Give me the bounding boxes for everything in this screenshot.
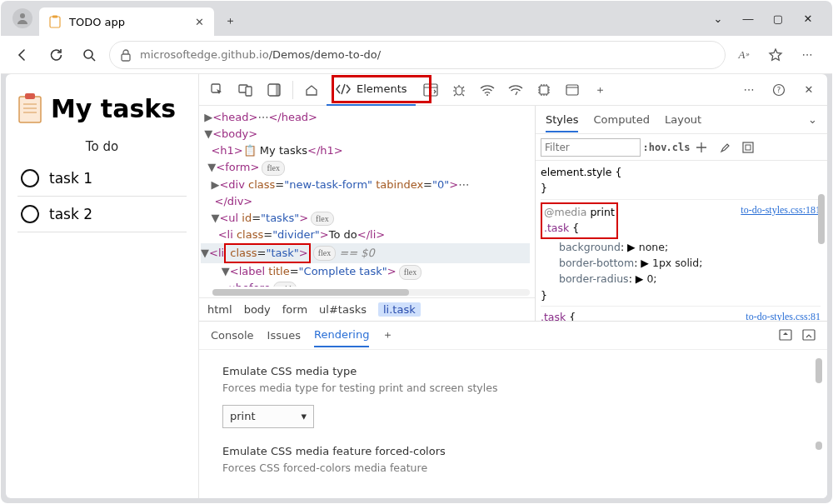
styles-tabs: Styles Computed Layout ⌄: [536, 106, 827, 134]
add-tab-icon[interactable]: ＋: [587, 78, 614, 102]
tab-styles[interactable]: Styles: [546, 113, 578, 132]
forced-colors-title: Emulate CSS media feature forced-colors: [222, 443, 804, 460]
drawer-tabs: Console Issues Rendering ＋: [199, 322, 827, 350]
svg-point-17: [486, 94, 488, 96]
task-row[interactable]: task 1: [17, 161, 187, 197]
inspect-icon[interactable]: [204, 78, 231, 102]
maximize-icon[interactable]: ▢: [771, 12, 786, 25]
minimize-icon[interactable]: ―: [741, 12, 756, 25]
css-rules[interactable]: element.style { } @media print .task { t…: [536, 161, 827, 321]
new-tab-button[interactable]: ＋: [217, 8, 242, 33]
source-link[interactable]: to-do-styles.css:81: [746, 309, 821, 321]
home-icon[interactable]: [298, 78, 325, 102]
close-window-icon[interactable]: ✕: [801, 12, 816, 25]
help-icon[interactable]: ?: [766, 78, 792, 102]
vertical-scrollbar[interactable]: [816, 355, 822, 455]
svg-rect-12: [246, 87, 252, 96]
checkbox-icon[interactable]: [21, 169, 39, 187]
svg-rect-18: [540, 86, 548, 94]
bug-icon[interactable]: [446, 78, 472, 102]
favorite-icon[interactable]: [764, 43, 787, 67]
styles-panel: Styles Computed Layout ⌄ :hov .cls: [536, 106, 827, 321]
checkbox-icon[interactable]: [21, 205, 39, 223]
dom-tree[interactable]: ▶<head>⋯</head> ▼<body> <h1>📋 My tasks</…: [199, 106, 535, 287]
performance-icon[interactable]: [502, 78, 529, 102]
task-row[interactable]: task 2: [17, 197, 187, 232]
code-icon: [335, 82, 352, 96]
more-icon[interactable]: ⋯: [796, 43, 819, 67]
address-bar: microsoftedge.github.io/Demos/demo-to-do…: [1, 36, 832, 74]
tab-computed[interactable]: Computed: [593, 113, 650, 126]
url-path: /Demos/demo-to-do/: [269, 48, 382, 61]
hov-toggle[interactable]: :hov: [646, 138, 664, 157]
memory-icon[interactable]: [531, 78, 557, 102]
back-button[interactable]: [9, 42, 36, 68]
emulate-media-desc: Forces media type for testing print and …: [222, 381, 804, 397]
rendering-panel: Emulate CSS media type Forces media type…: [199, 350, 827, 499]
box-icon[interactable]: [739, 138, 757, 157]
page-title: My tasks: [17, 92, 187, 124]
caret-down-icon[interactable]: ⌄: [711, 12, 726, 25]
svg-rect-15: [424, 84, 437, 96]
tab-issues[interactable]: Issues: [267, 329, 301, 342]
add-tab-icon[interactable]: ＋: [382, 327, 393, 342]
chevron-down-icon: ▾: [301, 408, 307, 425]
source-link[interactable]: to-do-styles.css:181: [741, 202, 821, 218]
svg-rect-6: [25, 93, 35, 99]
svg-point-16: [456, 87, 462, 95]
horizontal-scrollbar[interactable]: [212, 289, 530, 296]
svg-rect-5: [19, 97, 41, 122]
media-type-select[interactable]: print ▾: [222, 405, 314, 428]
tab-title: TODO app: [69, 16, 125, 28]
clipboard-icon: [49, 15, 62, 28]
close-devtools-icon[interactable]: ✕: [796, 78, 822, 102]
lock-icon: [120, 48, 132, 62]
styles-toolbar: :hov .cls: [536, 134, 827, 161]
task-label: task 1: [49, 170, 92, 187]
svg-point-0: [20, 13, 25, 18]
vertical-scrollbar[interactable]: [817, 194, 826, 302]
dock-drawer-icon[interactable]: [802, 329, 816, 341]
emulate-media-title: Emulate CSS media type: [222, 363, 804, 380]
tab-rendering[interactable]: Rendering: [314, 328, 369, 347]
svg-rect-23: [746, 145, 751, 150]
chevron-down-icon[interactable]: ⌄: [808, 113, 817, 126]
devtools-toolbar: Elements ＋ ⋯ ? ✕: [199, 74, 827, 106]
browser-titlebar: TODO app ✕ ＋ ⌄ ― ▢ ✕: [1, 1, 832, 36]
refresh-button[interactable]: [42, 42, 69, 68]
breadcrumb[interactable]: html body form ul#tasks li.task: [199, 297, 535, 321]
network-icon[interactable]: [474, 78, 501, 102]
more-icon[interactable]: ⋯: [736, 78, 762, 102]
svg-rect-2: [52, 16, 57, 18]
clipboard-icon: [17, 92, 42, 124]
rendered-page: My tasks To do task 1 task 2: [6, 74, 199, 498]
elements-tab[interactable]: Elements: [327, 74, 416, 106]
url-input[interactable]: microsoftedge.github.io/Demos/demo-to-do…: [109, 41, 726, 69]
svg-text:?: ?: [777, 86, 781, 94]
tab-layout[interactable]: Layout: [665, 113, 701, 126]
expand-drawer-icon[interactable]: [779, 329, 792, 341]
svg-rect-19: [566, 85, 578, 95]
sources-icon[interactable]: [417, 78, 444, 102]
new-rule-icon[interactable]: [692, 138, 711, 157]
devtools-drawer: Console Issues Rendering ＋ Emulate CSS m…: [199, 321, 827, 499]
brush-icon[interactable]: [716, 138, 734, 157]
device-icon[interactable]: [232, 78, 259, 102]
task-label: task 2: [49, 206, 92, 222]
profile-avatar[interactable]: [12, 8, 32, 28]
dom-panel: ▶<head>⋯</head> ▼<body> <h1>📋 My tasks</…: [199, 106, 536, 321]
list-heading: To do: [17, 139, 187, 154]
cls-toggle[interactable]: .cls: [669, 138, 687, 157]
browser-tab[interactable]: TODO app ✕: [39, 7, 214, 36]
close-icon[interactable]: ✕: [195, 16, 204, 28]
forced-colors-desc: Forces CSS forced-colors media feature: [222, 461, 804, 477]
svg-rect-1: [50, 17, 60, 27]
dock-icon[interactable]: [261, 78, 287, 102]
read-aloud-icon[interactable]: A»: [732, 43, 756, 67]
svg-rect-14: [276, 84, 280, 96]
devtools: Elements ＋ ⋯ ? ✕: [199, 74, 827, 498]
search-button[interactable]: [76, 42, 102, 68]
application-icon[interactable]: [559, 78, 586, 102]
tab-console[interactable]: Console: [211, 329, 254, 342]
filter-input[interactable]: [541, 138, 641, 157]
